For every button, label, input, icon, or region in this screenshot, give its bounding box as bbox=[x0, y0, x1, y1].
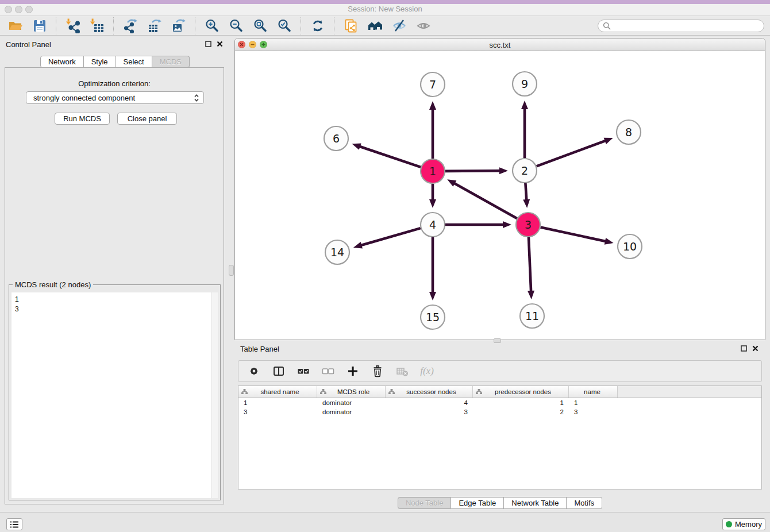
hide-panel-button[interactable] bbox=[390, 17, 409, 34]
table-cell[interactable]: 1 bbox=[473, 399, 569, 406]
close-panel-icon[interactable] bbox=[752, 345, 759, 352]
save-floppy-icon bbox=[32, 18, 47, 33]
graph-edge-1-4[interactable] bbox=[429, 184, 436, 208]
import-network-button[interactable] bbox=[63, 17, 82, 34]
zoom-selected-button[interactable] bbox=[275, 17, 294, 34]
graph-node-14[interactable]: 14 bbox=[325, 240, 349, 264]
delete-column-button[interactable] bbox=[370, 364, 385, 379]
table-cell[interactable]: 4 bbox=[386, 399, 473, 406]
graph-edge-4-15[interactable] bbox=[429, 237, 436, 300]
save-session-button[interactable] bbox=[30, 17, 49, 34]
tab-network[interactable]: Network bbox=[40, 56, 84, 68]
table-cell[interactable]: dominator bbox=[317, 408, 386, 415]
zoom-fit-button[interactable] bbox=[251, 17, 270, 34]
graph-node-1[interactable]: 1 bbox=[421, 159, 445, 183]
graph-node-10[interactable]: 10 bbox=[618, 234, 642, 259]
column-header-predecessor-nodes[interactable]: predecessor nodes bbox=[473, 386, 569, 398]
show-panel-button[interactable] bbox=[414, 17, 433, 34]
close-panel-icon[interactable] bbox=[217, 41, 223, 47]
float-panel-icon[interactable] bbox=[741, 345, 747, 352]
tab-network-table[interactable]: Network Table bbox=[504, 497, 567, 509]
search-input[interactable] bbox=[614, 21, 759, 30]
network-canvas[interactable]: 7968124314101511 bbox=[235, 51, 765, 340]
import-table-button[interactable] bbox=[87, 17, 106, 34]
export-network-icon bbox=[123, 18, 138, 33]
memory-button[interactable]: Memory bbox=[722, 518, 765, 530]
task-history-button[interactable] bbox=[6, 518, 22, 530]
table-settings-button[interactable] bbox=[247, 364, 261, 379]
export-table-button[interactable] bbox=[145, 17, 164, 34]
zoom-in-button[interactable] bbox=[202, 17, 221, 34]
delete-table-button[interactable] bbox=[395, 364, 410, 379]
toggle-columns-button[interactable] bbox=[271, 364, 286, 379]
close-panel-button[interactable]: Close panel bbox=[117, 113, 177, 125]
column-header-successor-nodes[interactable]: successor nodes bbox=[386, 386, 473, 398]
home-layout-button[interactable] bbox=[365, 17, 384, 34]
network-view-window: scc.txt 7968124314101511 bbox=[234, 38, 765, 340]
svg-text:8: 8 bbox=[625, 126, 632, 138]
deselect-all-rows-button[interactable] bbox=[321, 364, 336, 379]
tab-edge-table[interactable]: Edge Table bbox=[451, 497, 504, 509]
control-panel-header: Control Panel bbox=[0, 38, 230, 52]
table-splitter-handle[interactable] bbox=[494, 338, 501, 343]
graph-edge-2-3[interactable] bbox=[523, 183, 530, 208]
column-header-shared-name[interactable]: shared name bbox=[238, 386, 317, 398]
graph-edge-4-14[interactable] bbox=[353, 228, 421, 248]
graph-node-3[interactable]: 3 bbox=[516, 213, 540, 237]
table-cell[interactable]: dominator bbox=[317, 399, 386, 406]
table-row[interactable]: 3dominator323 bbox=[238, 407, 761, 417]
export-network-button[interactable] bbox=[121, 17, 140, 34]
tab-mcds[interactable]: MCDS bbox=[152, 56, 190, 68]
select-all-rows-button[interactable] bbox=[296, 364, 311, 379]
graph-node-15[interactable]: 15 bbox=[421, 305, 445, 329]
panel-splitter-handle[interactable] bbox=[229, 265, 234, 276]
export-image-button[interactable] bbox=[169, 17, 188, 34]
toolbar-separator bbox=[56, 17, 56, 34]
search-box[interactable] bbox=[598, 20, 764, 32]
mcds-result-area[interactable]: 13 bbox=[11, 292, 218, 498]
refresh-layout-button[interactable] bbox=[308, 17, 327, 34]
zoom-out-button[interactable] bbox=[226, 17, 245, 34]
table-cell[interactable]: 3 bbox=[386, 408, 473, 415]
graph-node-11[interactable]: 11 bbox=[520, 304, 544, 328]
graph-edge-3-10[interactable] bbox=[541, 228, 614, 245]
graph-edge-1-6[interactable] bbox=[352, 143, 421, 167]
column-header-mcds-role[interactable]: MCDS role bbox=[317, 386, 386, 398]
table-row[interactable]: 1dominator411 bbox=[238, 398, 761, 407]
graph-node-9[interactable]: 9 bbox=[513, 72, 537, 96]
add-column-button[interactable] bbox=[345, 364, 360, 379]
graph-edge-3-1[interactable] bbox=[447, 179, 517, 218]
graph-edge-2-8[interactable] bbox=[537, 138, 613, 167]
memory-label: Memory bbox=[735, 520, 762, 529]
graph-node-2[interactable]: 2 bbox=[513, 159, 537, 183]
table-cell[interactable]: 3 bbox=[238, 408, 317, 415]
graph-edge-2-9[interactable] bbox=[521, 101, 528, 158]
table-cell[interactable]: 3 bbox=[569, 408, 618, 415]
function-builder-button[interactable]: f(x) bbox=[419, 364, 434, 379]
graph-node-7[interactable]: 7 bbox=[421, 72, 445, 97]
graph-edge-3-11[interactable] bbox=[528, 237, 534, 299]
open-session-button[interactable] bbox=[6, 17, 25, 34]
float-panel-icon[interactable] bbox=[205, 41, 211, 47]
table-cell[interactable]: 1 bbox=[238, 399, 317, 406]
graph-edge-1-7[interactable] bbox=[429, 101, 436, 159]
column-header-name[interactable]: name bbox=[569, 386, 618, 398]
graph-node-4[interactable]: 4 bbox=[421, 213, 445, 237]
graph-node-6[interactable]: 6 bbox=[324, 126, 348, 151]
table-cell[interactable]: 1 bbox=[569, 399, 618, 406]
tab-select[interactable]: Select bbox=[116, 56, 152, 68]
clone-network-button[interactable] bbox=[341, 17, 360, 34]
result-scrollbar[interactable] bbox=[211, 292, 218, 498]
run-mcds-button[interactable]: Run MCDS bbox=[55, 113, 110, 125]
tab-motifs[interactable]: Motifs bbox=[567, 497, 602, 509]
graph-edge-1-2[interactable] bbox=[445, 167, 508, 174]
svg-text:4: 4 bbox=[429, 218, 436, 231]
network-window-titlebar[interactable]: scc.txt bbox=[235, 38, 765, 51]
table-cell[interactable]: 2 bbox=[473, 408, 569, 415]
tab-style[interactable]: Style bbox=[84, 56, 116, 68]
toolbar-separator bbox=[195, 17, 195, 34]
graph-edge-4-3[interactable] bbox=[445, 221, 511, 228]
tab-node-table[interactable]: Node Table bbox=[398, 497, 452, 509]
optimization-dropdown[interactable]: strongly connected component bbox=[26, 91, 204, 104]
graph-node-8[interactable]: 8 bbox=[617, 120, 641, 144]
